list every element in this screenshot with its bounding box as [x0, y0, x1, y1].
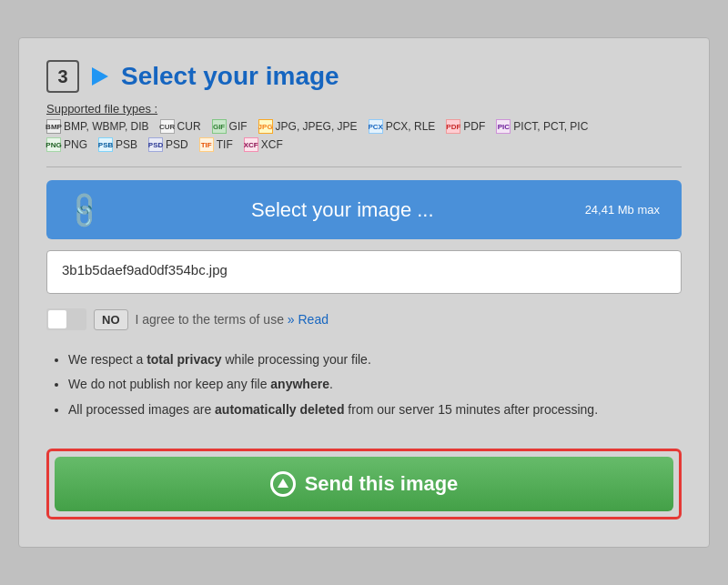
privacy-list: We respect a total privacy while process…: [68, 348, 682, 421]
filetype-png: PNG PNG: [46, 137, 87, 152]
divider-1: [46, 166, 682, 167]
select-image-button[interactable]: 🔗 Select your image ... 24,41 Mb max: [46, 180, 682, 239]
cur-icon: CUR: [160, 119, 175, 134]
filetype-pdf: PDF PDF: [446, 119, 485, 134]
terms-toggle[interactable]: [46, 308, 86, 330]
filetype-pict: PIC PICT, PCT, PIC: [496, 119, 588, 134]
file-types-section: Supported file types : BMP BMP, WBMP, DI…: [46, 102, 682, 152]
bmp-icon: BMP: [46, 119, 61, 134]
gif-icon: GIF: [212, 119, 227, 134]
psb-icon: PSB: [98, 137, 113, 152]
tif-label: TIF: [217, 138, 233, 151]
privacy-item-2: We do not publish nor keep any file anyw…: [68, 373, 682, 396]
filetype-xcf: XCF XCF: [244, 137, 283, 152]
pcx-label: PCX, RLE: [386, 120, 436, 133]
privacy-item-3: All processed images are automatically d…: [68, 398, 682, 421]
psd-label: PSD: [166, 138, 188, 151]
step-number: 3: [46, 60, 79, 93]
select-btn-text: Select your image ...: [113, 198, 572, 222]
upload-circle-icon: [270, 471, 296, 497]
filetype-psb: PSB PSB: [98, 137, 137, 152]
header-row: 3 Select your image: [46, 60, 682, 93]
file-types-row-2: PNG PNG PSB PSB PSD PSD TIF TIF XCF XCF: [46, 137, 682, 152]
upload-arrow-icon: [278, 479, 288, 488]
filetype-cur: CUR CUR: [160, 119, 201, 134]
filetype-pcx: PCX PCX, RLE: [369, 119, 436, 134]
psd-icon: PSD: [148, 137, 163, 152]
send-image-button[interactable]: Send this image: [55, 457, 673, 511]
pcx-icon: PCX: [369, 119, 383, 134]
privacy-item-1: We respect a total privacy while process…: [68, 348, 682, 371]
tif-icon: TIF: [199, 137, 214, 152]
terms-row: NO I agree to the terms of use » Read: [46, 308, 682, 330]
main-container: 3 Select your image Supported file types…: [18, 37, 710, 548]
max-size-label: 24,41 Mb max: [585, 203, 660, 217]
pict-icon: PIC: [496, 119, 511, 134]
send-btn-label: Send this image: [305, 472, 459, 496]
filetype-gif: GIF GIF: [212, 119, 248, 134]
file-types-row: BMP BMP, WBMP, DIB CUR CUR GIF GIF JPG J…: [46, 119, 682, 134]
filetype-psd: PSD PSD: [148, 137, 188, 152]
jpg-label: JPG, JPEG, JPE: [276, 120, 358, 133]
xcf-icon: XCF: [244, 137, 258, 152]
terms-agree-text: I agree to the terms of use » Read: [136, 312, 329, 327]
paperclip-icon: 🔗: [62, 188, 106, 232]
pict-label: PICT, PCT, PIC: [513, 120, 588, 133]
file-types-label: Supported file types :: [46, 102, 682, 116]
filename-display: 3b1b5daef9ad0df354bc.jpg: [46, 250, 682, 294]
page-title: Select your image: [121, 62, 339, 91]
filetype-tif: TIF TIF: [199, 137, 233, 152]
xcf-label: XCF: [261, 138, 283, 151]
play-icon: [92, 67, 108, 86]
filetype-jpg: JPG JPG, JPEG, JPE: [258, 119, 358, 134]
toggle-no-badge: NO: [94, 309, 128, 330]
psb-label: PSB: [116, 138, 137, 151]
terms-read-link[interactable]: » Read: [288, 312, 329, 327]
png-icon: PNG: [46, 137, 61, 152]
toggle-thumb: [48, 310, 66, 328]
bmp-label: BMP, WBMP, DIB: [64, 120, 149, 133]
send-btn-wrapper: Send this image: [46, 449, 682, 519]
cur-label: CUR: [177, 120, 201, 133]
filetype-bmp: BMP BMP, WBMP, DIB: [46, 119, 149, 134]
jpg-icon: JPG: [258, 119, 273, 134]
png-label: PNG: [64, 138, 87, 151]
pdf-icon: PDF: [446, 119, 460, 134]
pdf-label: PDF: [463, 120, 485, 133]
gif-label: GIF: [229, 120, 248, 133]
